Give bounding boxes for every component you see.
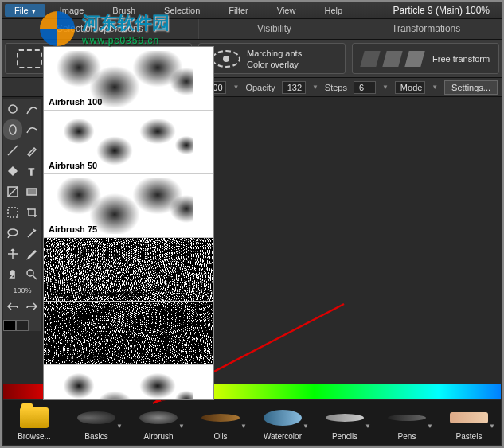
tool-redo[interactable] (22, 296, 41, 317)
tool-bucket[interactable] (3, 161, 22, 181)
transform-icon-1[interactable] (360, 51, 380, 67)
swatch-bg[interactable] (16, 320, 29, 331)
airbrush-tip-icon (139, 411, 178, 424)
brush-cat-browse[interactable]: Browse... (6, 405, 62, 441)
svg-text:T: T (29, 167, 34, 177)
chevron-down-icon: ▼ (116, 423, 123, 430)
chevron-down-icon: ▼ (489, 423, 495, 430)
marching-ants-label[interactable]: Marching ants (247, 48, 302, 59)
tool-pen[interactable] (22, 140, 41, 161)
transform-icon-3[interactable] (404, 51, 424, 67)
zoom-percent: 100% (3, 285, 41, 296)
menu-selection[interactable]: Selection (150, 3, 214, 18)
brush-cat-label: Oils (213, 432, 227, 441)
brush-cat-watercolor[interactable]: Watercolor▼ (255, 405, 311, 441)
tool-marquee[interactable] (3, 202, 22, 223)
free-transform-label[interactable]: Free transform (432, 54, 490, 64)
brush-cat-label: Pastels (456, 432, 483, 441)
eye-icon[interactable] (212, 50, 240, 68)
menu-brush[interactable]: Brush (98, 3, 150, 18)
svg-point-7 (8, 229, 18, 236)
section-transformations: Transformations (350, 19, 502, 39)
tool-move[interactable] (3, 243, 22, 264)
ribbon-header: Selection operations Visibility Transfor… (2, 19, 502, 40)
chevron-down-icon: ▼ (240, 423, 247, 430)
tool-lasso[interactable] (3, 223, 22, 243)
menu-image[interactable]: Image (45, 3, 99, 18)
marquee-icon[interactable] (17, 49, 42, 68)
brush-item[interactable]: Airbrush 75 (44, 174, 213, 238)
menu-view[interactable]: View (263, 3, 311, 18)
size-dropdown-icon[interactable]: ▼ (232, 84, 239, 91)
steps-dropdown-icon[interactable]: ▼ (382, 84, 389, 91)
left-toolbar: T 100% (3, 99, 41, 331)
svg-line-4 (8, 187, 18, 197)
brush-cat-label: Watercolor (264, 432, 302, 441)
brush-item-label: Large adjustable spatter (49, 288, 150, 298)
brush-item[interactable]: Airbrush 100 (44, 47, 213, 111)
brush-item-label: Larger Spatter (49, 352, 108, 361)
tool-hand[interactable] (3, 264, 22, 285)
brush-cat-pens[interactable]: Pens▼ (379, 405, 435, 441)
menu-help[interactable]: Help (310, 3, 357, 18)
tool-path[interactable] (22, 119, 41, 140)
pencil-tip-icon (326, 414, 364, 422)
opacity-label: Opacity (245, 83, 275, 92)
brush-cat-label: Airbrush (143, 432, 173, 441)
section-selection-ops: Selection operations (2, 19, 199, 39)
tool-brush[interactable] (22, 99, 41, 119)
steps-value[interactable]: 6 (354, 81, 376, 94)
folder-icon (20, 407, 49, 428)
mode-select[interactable]: Mode (395, 81, 425, 94)
transform-icon-2[interactable] (382, 51, 402, 67)
svg-point-8 (27, 270, 33, 276)
pastel-tip-icon (450, 412, 488, 423)
brush-preset-popup: Airbrush 100 Airbrush 50 Airbrush 75 Lar… (43, 46, 214, 400)
tool-crop[interactable] (22, 202, 41, 223)
brush-item-label: Airbrush 75 (49, 224, 97, 234)
brush-item[interactable]: Larger Spatter (44, 302, 213, 365)
chevron-down-icon: ▼ (427, 423, 433, 430)
brush-tip-icon (77, 411, 115, 424)
brush-cat-label: Pencils (332, 432, 357, 441)
tool-undo[interactable] (3, 296, 22, 317)
pen-tip-icon (388, 415, 426, 421)
visibility-group: Marching ants Color overlay (198, 43, 346, 74)
svg-point-0 (9, 105, 17, 113)
svg-rect-6 (8, 208, 18, 217)
brush-cat-pastels[interactable]: Pastels▼ (441, 405, 497, 441)
color-swatches[interactable] (3, 320, 41, 331)
brush-cat-label: Browse... (18, 432, 51, 441)
section-visibility: Visibility (199, 19, 351, 39)
document-title: Particle 9 (Main) 100% (393, 5, 499, 16)
color-overlay-label[interactable]: Color overlay (247, 59, 302, 70)
brush-cat-basics[interactable]: Basics▼ (68, 405, 124, 441)
settings-button[interactable]: Settings... (444, 80, 498, 95)
tool-line[interactable] (3, 140, 22, 161)
brush-cat-pencils[interactable]: Pencils▼ (317, 405, 373, 441)
swatch-fg[interactable] (3, 320, 16, 331)
brush-item[interactable] (44, 365, 213, 400)
tool-text[interactable]: T (22, 161, 41, 181)
menu-file[interactable]: File (5, 4, 45, 17)
brush-cat-label: Pens (398, 432, 416, 441)
tool-select[interactable] (3, 99, 22, 119)
tool-eyedrop[interactable] (22, 243, 41, 264)
brush-item[interactable]: Large adjustable spatter (44, 238, 213, 302)
tool-wand[interactable] (22, 223, 41, 243)
opacity-value[interactable]: 132 (282, 81, 306, 94)
brush-cat-airbrush[interactable]: Airbrush▼ (131, 405, 186, 441)
menu-filter[interactable]: Filter (214, 3, 262, 18)
tool-shape[interactable] (3, 181, 22, 202)
transform-group: Free transform (352, 43, 499, 74)
tool-zoom[interactable] (22, 264, 41, 285)
tool-capsule[interactable] (3, 119, 22, 140)
brush-cat-oils[interactable]: Oils▼ (193, 405, 248, 441)
chevron-down-icon: ▼ (365, 423, 371, 430)
opacity-dropdown-icon[interactable]: ▼ (312, 84, 318, 91)
oils-tip-icon (201, 414, 240, 422)
tool-gradient[interactable] (22, 181, 41, 202)
chevron-down-icon: ▼ (178, 423, 185, 430)
mode-dropdown-icon[interactable]: ▼ (432, 84, 438, 91)
brush-item[interactable]: Airbrush 50 (44, 111, 213, 174)
